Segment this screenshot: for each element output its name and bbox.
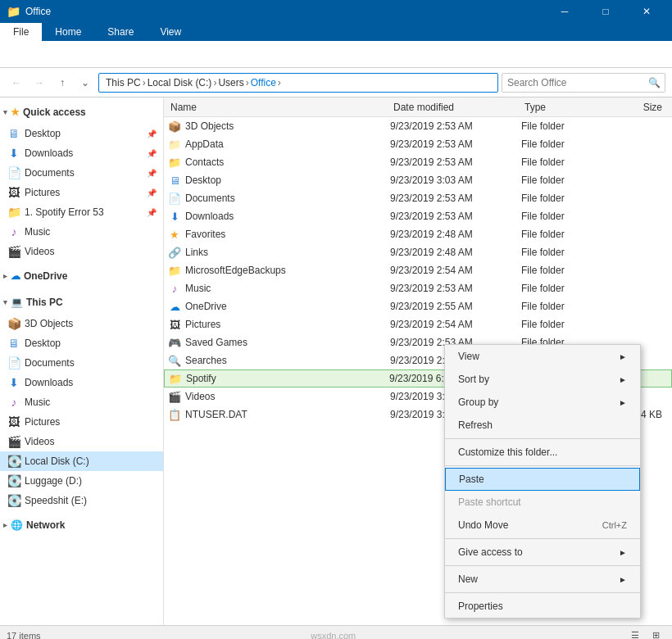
col-header-size[interactable]: Size <box>603 102 669 113</box>
sidebar-item-luggage-d[interactable]: 💽 Luggage (D:) <box>0 471 163 491</box>
quick-access-section: ▾ ★ Quick access 🖥 Desktop 📌 ⬇ Downloads… <box>0 101 163 261</box>
ctx-sort-by[interactable]: Sort by ► <box>445 368 640 391</box>
music-icon: ♪ <box>7 395 21 410</box>
sidebar-item-pictures-pc[interactable]: 🖼 Pictures <box>0 412 163 432</box>
network-label: Network <box>26 519 65 531</box>
tab-share[interactable]: Share <box>94 23 147 41</box>
table-row[interactable]: 🔗Links 9/23/2019 2:48 AM File folder <box>164 243 672 261</box>
sidebar-item-label: Luggage (D:) <box>25 475 157 487</box>
submenu-arrow-icon: ► <box>619 352 627 361</box>
sidebar-item-label: Desktop <box>25 128 143 139</box>
table-row[interactable]: ⬇Downloads 9/23/2019 2:53 AM File folder <box>164 207 672 225</box>
table-row[interactable]: 📁Contacts 9/23/2019 2:53 AM File folder <box>164 153 672 171</box>
ctx-group-by[interactable]: Group by ► <box>445 391 640 414</box>
sidebar-item-desktop-quick[interactable]: 🖥 Desktop 📌 <box>0 124 163 143</box>
quick-access-header[interactable]: ▾ ★ Quick access <box>0 101 163 124</box>
recent-locations-button[interactable]: ⌄ <box>75 73 95 93</box>
view-buttons: ☰ ⊞ <box>626 627 665 640</box>
sidebar-item-videos-quick[interactable]: 🎬 Videos <box>0 242 163 261</box>
pictures-folder-icon: 🖼 <box>167 317 182 332</box>
thispc-label: This PC <box>26 297 63 308</box>
chevron-down-icon: ▾ <box>3 108 7 116</box>
sidebar-item-label: Desktop <box>25 338 157 349</box>
table-row[interactable]: ☁OneDrive 9/23/2019 2:55 AM File folder <box>164 297 672 315</box>
downloads-icon: ⬇ <box>7 146 21 161</box>
network-header[interactable]: ▸ 🌐 Network <box>0 514 163 537</box>
up-button[interactable]: ↑ <box>52 73 72 93</box>
sidebar-item-label: Pictures <box>25 416 157 428</box>
ctx-new[interactable]: New ► <box>445 568 640 591</box>
minimize-button[interactable]: ─ <box>546 0 583 23</box>
col-header-name[interactable]: Name <box>167 102 390 113</box>
address-path[interactable]: This PC › Local Disk (C:) › Users › Offi… <box>98 73 498 93</box>
details-view-button[interactable]: ☰ <box>626 627 644 640</box>
folder-icon: 📁 <box>7 205 21 220</box>
ctx-paste-shortcut[interactable]: Paste shortcut <box>445 491 640 514</box>
sidebar-item-music-pc[interactable]: ♪ Music <box>0 392 163 412</box>
sidebar-item-downloads-pc[interactable]: ⬇ Downloads <box>0 373 163 392</box>
ctx-properties[interactable]: Properties <box>445 595 640 618</box>
table-row[interactable]: 📄Documents 9/23/2019 2:53 AM File folder <box>164 189 672 207</box>
ctx-undo-move[interactable]: Undo Move Ctrl+Z <box>445 514 640 537</box>
path-segment-office[interactable]: Office <box>249 77 278 88</box>
search-input[interactable] <box>502 73 665 93</box>
ctx-view[interactable]: View ► <box>445 345 640 368</box>
close-button[interactable]: ✕ <box>628 0 665 23</box>
table-row[interactable]: ♪Music 9/23/2019 2:53 AM File folder <box>164 279 672 297</box>
sidebar-item-documents-quick[interactable]: 📄 Documents 📌 <box>0 163 163 183</box>
ctx-separator <box>445 565 640 566</box>
title-bar: 📁 Office ─ □ ✕ <box>0 0 672 23</box>
path-segment-users[interactable]: Users <box>216 77 245 88</box>
sidebar-item-label: Videos <box>25 246 157 257</box>
pin-icon: 📌 <box>147 169 157 178</box>
desktop-folder-icon: 🖥 <box>167 173 182 188</box>
table-row[interactable]: 📁AppData 9/23/2019 2:53 AM File folder <box>164 135 672 153</box>
status-bar: 17 items wsxdn.com ☰ ⊞ <box>0 625 672 639</box>
forward-button[interactable]: → <box>30 73 49 93</box>
tab-file[interactable]: File <box>0 23 42 41</box>
sidebar-item-videos-pc[interactable]: 🎬 Videos <box>0 432 163 451</box>
sidebar-item-3dobjects[interactable]: 📦 3D Objects <box>0 314 163 333</box>
sidebar-item-speedshit-e[interactable]: 💽 Speedshit (E:) <box>0 491 163 510</box>
path-segment-thispc[interactable]: This PC <box>104 77 143 88</box>
onedrive-header[interactable]: ▸ ☁ OneDrive <box>0 265 163 288</box>
sidebar-item-documents-pc[interactable]: 📄 Documents <box>0 353 163 373</box>
shortcut-label: Ctrl+Z <box>602 520 627 530</box>
ctx-give-access[interactable]: Give access to ► <box>445 541 640 564</box>
sidebar-item-local-disk-c[interactable]: 💽 Local Disk (C:) <box>0 451 163 471</box>
sidebar: ▾ ★ Quick access 🖥 Desktop 📌 ⬇ Downloads… <box>0 97 164 625</box>
tab-home[interactable]: Home <box>42 23 94 41</box>
sidebar-item-desktop-pc[interactable]: 🖥 Desktop <box>0 333 163 353</box>
sidebar-item-music-quick[interactable]: ♪ Music <box>0 222 163 242</box>
links-folder-icon: 🔗 <box>167 245 182 260</box>
tiles-view-button[interactable]: ⊞ <box>647 627 665 640</box>
tab-view[interactable]: View <box>147 23 194 41</box>
music-icon: ♪ <box>7 224 21 239</box>
sidebar-item-label: 3D Objects <box>25 318 157 329</box>
ctx-customize-folder[interactable]: Customize this folder... <box>445 441 640 464</box>
sidebar-item-spotify-error-quick[interactable]: 📁 1. Spotify Error 53 📌 <box>0 202 163 222</box>
ctx-refresh[interactable]: Refresh <box>445 414 640 437</box>
col-header-date[interactable]: Date modified <box>390 102 521 113</box>
table-row[interactable]: 🖼Pictures 9/23/2019 2:54 AM File folder <box>164 315 672 333</box>
onedrive-label: OneDrive <box>24 270 67 282</box>
path-segment-c[interactable]: Local Disk (C:) <box>146 77 214 88</box>
documents-icon: 📄 <box>7 356 21 370</box>
folder-3d-icon: 📦 <box>167 119 182 134</box>
table-row[interactable]: 🖥Desktop 9/23/2019 3:03 AM File folder <box>164 171 672 189</box>
onedrive-section: ▸ ☁ OneDrive <box>0 265 163 288</box>
title-bar-buttons: ─ □ ✕ <box>546 0 665 23</box>
onedrive-folder-icon: ☁ <box>167 299 182 314</box>
back-button[interactable]: ← <box>7 73 26 93</box>
ctx-paste[interactable]: Paste <box>445 468 640 491</box>
sidebar-item-pictures-quick[interactable]: 🖼 Pictures 📌 <box>0 183 163 202</box>
sidebar-item-downloads-quick[interactable]: ⬇ Downloads 📌 <box>0 143 163 163</box>
maximize-button[interactable]: □ <box>587 0 624 23</box>
table-row[interactable]: ★Favorites 9/23/2019 2:48 AM File folder <box>164 225 672 243</box>
col-header-type[interactable]: Type <box>521 102 603 113</box>
column-headers: Name Date modified Type Size <box>164 97 672 117</box>
thispc-header[interactable]: ▾ 💻 This PC <box>0 291 163 314</box>
table-row[interactable]: 📦3D Objects 9/23/2019 2:53 AM File folde… <box>164 117 672 135</box>
table-row[interactable]: 📁MicrosoftEdgeBackups 9/23/2019 2:54 AM … <box>164 261 672 279</box>
submenu-arrow-icon: ► <box>619 398 627 407</box>
